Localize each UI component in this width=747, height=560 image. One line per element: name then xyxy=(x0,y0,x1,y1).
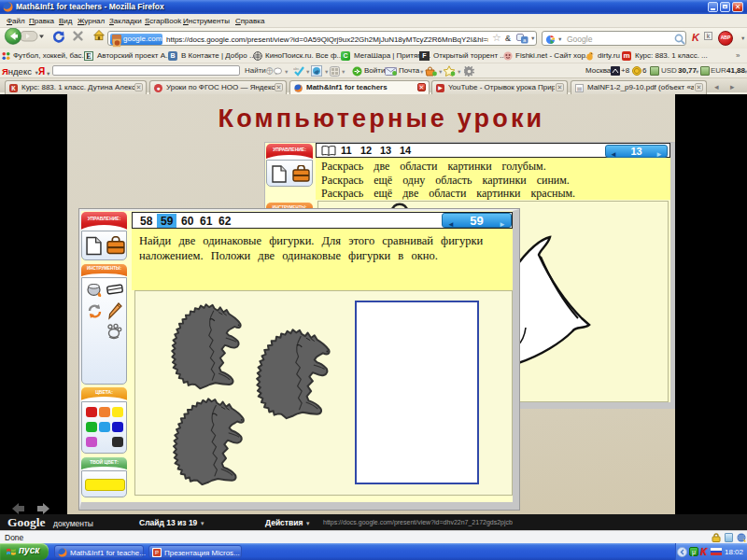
svg-text:abc: abc xyxy=(293,66,299,71)
